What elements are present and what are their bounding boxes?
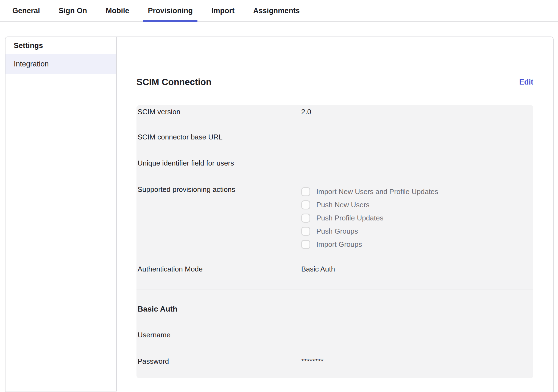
provisioning-actions-group: Import New Users and Profile Updates Pus… — [301, 185, 438, 251]
field-row-unique-identifier: Unique identifier field for users — [136, 159, 533, 167]
field-value: 2.0 — [301, 107, 311, 116]
checkbox-row-push-profile-updates: Push Profile Updates — [301, 211, 438, 225]
checkbox-label: Import Groups — [316, 240, 362, 249]
checkbox-row-push-groups: Push Groups — [301, 225, 438, 238]
app-tab-bar: General Sign On Mobile Provisioning Impo… — [0, 0, 558, 22]
field-label: SCIM version — [136, 107, 301, 116]
edit-button[interactable]: Edit — [519, 78, 533, 86]
field-label: Supported provisioning actions — [136, 185, 301, 194]
checkbox-label: Push New Users — [316, 200, 370, 209]
checkbox-unchecked-icon[interactable] — [301, 187, 310, 196]
section-header: SCIM Connection Edit — [136, 77, 533, 88]
field-label: Unique identifier field for users — [136, 159, 301, 167]
tab-assignments[interactable]: Assignments — [249, 0, 305, 21]
provisioning-card: Settings Integration SCIM Connection Edi… — [5, 37, 554, 392]
checkbox-row-import-new-users: Import New Users and Profile Updates — [301, 185, 438, 198]
field-label: SCIM connector base URL — [136, 133, 301, 141]
field-value: Basic Auth — [301, 265, 335, 273]
field-row-username: Username — [136, 331, 533, 339]
checkbox-row-import-groups: Import Groups — [301, 238, 438, 251]
checkbox-unchecked-icon[interactable] — [301, 214, 310, 223]
checkbox-label: Push Groups — [316, 227, 358, 236]
page-title: SCIM Connection — [136, 77, 211, 88]
checkbox-row-push-new-users: Push New Users — [301, 198, 438, 211]
field-row-password: Password ******** — [136, 357, 533, 366]
sidebar-item-label: Integration — [14, 60, 49, 68]
field-row-scim-version: SCIM version 2.0 — [136, 107, 533, 116]
field-label: Username — [136, 331, 301, 339]
tab-general[interactable]: General — [8, 0, 45, 21]
field-row-authentication-mode: Authentication Mode Basic Auth — [136, 265, 533, 273]
field-value-password-masked: ******** — [301, 357, 323, 366]
checkbox-label: Push Profile Updates — [316, 214, 383, 222]
checkbox-unchecked-icon[interactable] — [301, 240, 310, 249]
basic-auth-heading: Basic Auth — [136, 304, 533, 314]
tab-mobile[interactable]: Mobile — [101, 0, 134, 21]
field-row-provisioning-actions: Supported provisioning actions Import Ne… — [136, 185, 533, 251]
field-row-connector-base-url: SCIM connector base URL — [136, 133, 533, 141]
checkbox-unchecked-icon[interactable] — [301, 200, 310, 209]
field-label: Authentication Mode — [136, 265, 301, 273]
checkbox-label: Import New Users and Profile Updates — [316, 187, 438, 196]
sidebar-item-integration[interactable]: Integration — [5, 54, 116, 74]
scim-connection-section: SCIM Connection Edit SCIM version 2.0 SC… — [117, 37, 553, 392]
tab-sign-on[interactable]: Sign On — [54, 0, 92, 21]
checkbox-unchecked-icon[interactable] — [301, 227, 310, 236]
tab-provisioning[interactable]: Provisioning — [143, 0, 198, 21]
settings-sidebar: Settings Integration — [5, 37, 117, 391]
field-label: Password — [136, 357, 301, 366]
scim-settings-panel: SCIM version 2.0 SCIM connector base URL… — [136, 105, 533, 378]
tab-import[interactable]: Import — [207, 0, 239, 21]
sidebar-heading-settings: Settings — [5, 37, 116, 54]
section-divider — [136, 290, 533, 290]
